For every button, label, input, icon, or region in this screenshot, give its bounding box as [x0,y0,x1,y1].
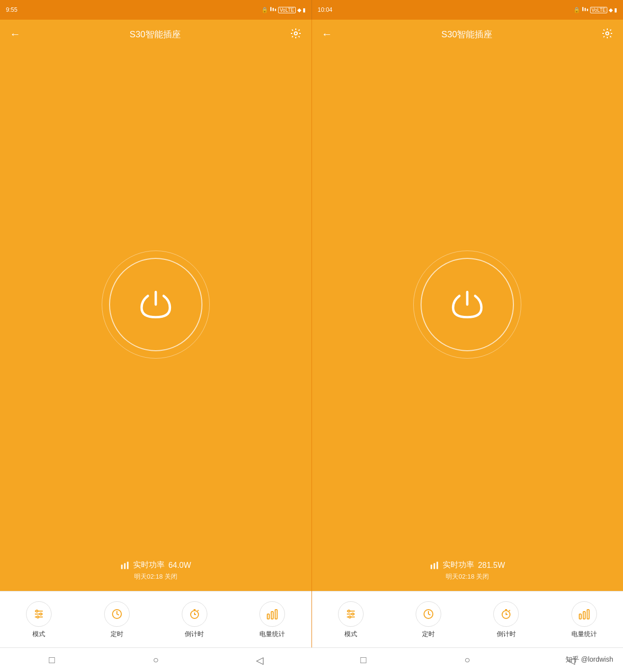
svg-rect-40 [583,612,585,619]
wifi-icon-r [582,6,589,14]
watermark-text: 知乎 @lordwish [566,655,613,664]
svg-rect-27 [436,561,438,569]
left-stopwatch-icon [189,608,200,620]
right-back-button[interactable]: ← [322,28,333,41]
left-power-icon [136,285,175,324]
right-power-value: 281.5W [478,561,505,570]
left-power-outer-ring [102,251,210,359]
svg-rect-21 [267,614,269,619]
svg-line-20 [198,610,198,611]
svg-rect-3 [582,7,583,11]
right-timer-icon-circle [416,601,441,627]
right-schedule: 明天02:18 关闭 [312,572,623,581]
svg-line-38 [509,610,510,611]
svg-rect-25 [430,564,432,569]
wifi-icon-l [270,6,277,14]
left-countdown-label: 倒计时 [185,630,204,639]
right-toolbar-timer[interactable]: 定时 [414,601,443,639]
left-timer-icon-circle [104,601,130,627]
right-stats-icon [578,608,590,620]
right-power-button[interactable] [421,258,514,351]
left-bottom-toolbar: 模式 定时 [0,591,312,647]
svg-rect-9 [127,561,128,569]
right-power-outer-ring [413,251,521,359]
svg-rect-23 [275,610,277,619]
left-countdown-icon-circle [182,601,207,627]
right-power-label: 实时功率 [443,560,474,570]
status-bar-left: 9:55 🔒 VoLTE ◆ ▮ [0,0,312,20]
left-title: S30智能插座 [130,28,181,40]
right-power-area [312,49,623,560]
svg-rect-0 [270,7,271,11]
svg-rect-8 [124,563,125,569]
left-toolbar-stats[interactable]: 电量统计 [257,601,287,639]
svg-rect-5 [587,9,588,11]
battery-icon-l: ▮ [303,7,306,13]
right-mode-icon-circle [338,601,364,627]
status-bar-container: 9:55 🔒 VoLTE ◆ ▮ 10:04 🔒 VoLTE ◆ ▮ [0,0,623,20]
left-phone-screen: ← S30智能插座 [0,20,312,647]
nav-triangle-left[interactable]: ◁ [250,650,269,670]
nav-square-right[interactable]: □ [354,650,373,670]
status-icons-left: 🔒 VoLTE ◆ ▮ [261,6,305,14]
diamond-icon-r: ◆ [609,7,613,13]
svg-point-31 [348,610,350,612]
left-chart-bar-icon [120,561,129,570]
right-countdown-label: 倒计时 [497,630,516,639]
nav-circle-right[interactable]: ○ [457,650,477,670]
svg-rect-39 [579,614,581,619]
left-settings-button[interactable] [290,28,302,42]
status-bar-right: 10:04 🔒 VoLTE ◆ ▮ [312,0,623,20]
right-phone-screen: ← S30智能插座 [312,20,623,647]
left-stats-label: 电量统计 [259,630,285,639]
svg-rect-2 [275,9,276,11]
right-countdown-icon-circle [493,601,519,627]
right-toolbar-mode[interactable]: 模式 [336,601,366,639]
left-power-button[interactable] [109,258,202,351]
right-stats-icon-circle [571,601,597,627]
svg-point-24 [606,32,609,35]
svg-point-14 [40,613,42,615]
svg-point-32 [352,613,354,615]
status-icons-right: 🔒 VoLTE ◆ ▮ [573,6,617,14]
left-sliders-icon [33,608,45,620]
right-stopwatch-icon [500,608,512,620]
right-stats-label: 电量统计 [571,630,597,639]
right-title: S30智能插座 [441,28,492,40]
left-back-button[interactable]: ← [10,28,21,41]
svg-point-13 [36,610,38,612]
left-power-label: 实时功率 [133,560,165,570]
right-power-info: 实时功率 281.5W 明天02:18 关闭 [312,560,623,581]
left-toolbar-countdown[interactable]: 倒计时 [180,601,209,639]
svg-point-6 [294,32,297,35]
phones-container: ← S30智能插座 [0,20,623,647]
right-timer-label: 定时 [422,630,435,639]
svg-point-33 [349,616,351,618]
right-toolbar-countdown[interactable]: 倒计时 [491,601,521,639]
right-clock-icon [423,608,434,620]
right-chart-bar-icon [430,561,439,570]
volte-badge-r: VoLTE [590,7,607,13]
right-bottom-toolbar: 模式 定时 [312,591,623,647]
left-toolbar-mode[interactable]: 模式 [24,601,54,639]
right-power-realtime: 实时功率 281.5W [312,560,623,570]
nav-circle-left[interactable]: ○ [146,650,166,670]
right-toolbar-stats[interactable]: 电量统计 [569,601,599,639]
left-power-info: 实时功率 64.0W 明天02:18 关闭 [0,560,312,581]
left-toolbar-timer[interactable]: 定时 [102,601,132,639]
nav-square-left[interactable]: □ [42,650,62,670]
battery-icon-r: ▮ [614,7,617,13]
svg-rect-26 [433,563,435,569]
left-timer-label: 定时 [111,630,123,639]
time-right: 10:04 [318,6,333,13]
right-settings-button[interactable] [601,28,613,42]
left-power-realtime: 实时功率 64.0W [0,560,312,570]
time-left: 9:55 [6,6,17,13]
svg-rect-7 [121,564,122,569]
svg-rect-4 [585,8,586,11]
left-clock-icon [111,608,123,620]
bottom-navigation: □ ○ ◁ □ ○ ◁ 知乎 @lordwish [0,647,623,672]
svg-rect-1 [273,8,274,11]
diamond-icon-l: ◆ [297,7,301,13]
volte-badge-l: VoLTE [278,7,295,13]
